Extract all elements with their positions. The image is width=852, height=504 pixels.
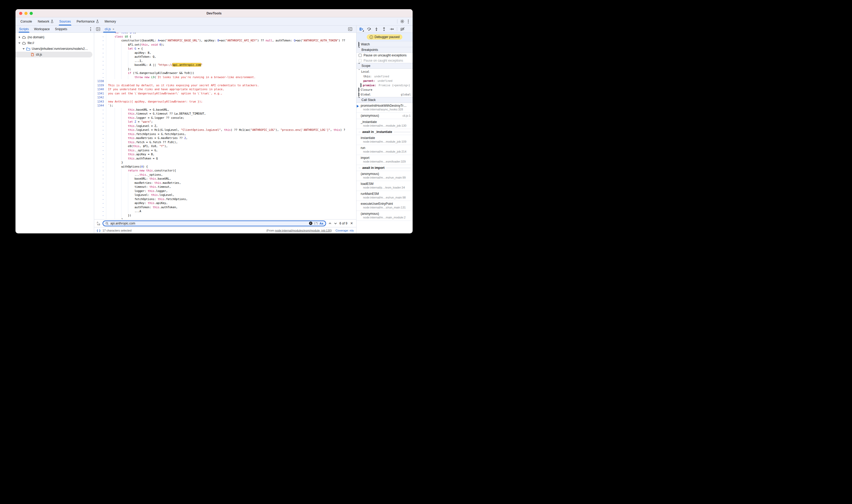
line-gutter[interactable]: -	[94, 59, 106, 63]
code-line[interactable]: 1338	[94, 79, 356, 84]
line-gutter[interactable]: -	[94, 128, 106, 132]
call-stack-frame[interactable]: (anonymous)cli.js:1	[356, 113, 413, 119]
code-line[interactable]: -authToken: Q,	[94, 55, 356, 59]
previous-match-icon[interactable]	[329, 222, 332, 225]
line-gutter[interactable]: -	[94, 201, 106, 205]
line-gutter[interactable]: -	[94, 116, 106, 120]
section-watch[interactable]: Watch	[356, 41, 413, 47]
code-line[interactable]: -...A	[94, 209, 356, 213]
close-window-button[interactable]	[19, 12, 22, 15]
call-stack-frame[interactable]: (anonymous)node:internal/m…es/run_main:9…	[356, 171, 413, 181]
section-breakpoints[interactable]: Breakpoints	[356, 47, 413, 53]
line-gutter[interactable]: -	[94, 43, 106, 47]
line-gutter[interactable]: -	[94, 152, 106, 157]
code-line[interactable]: -baseURL: A || "https://api.anthropic.co…	[94, 63, 356, 67]
minimize-window-button[interactable]	[24, 12, 28, 15]
scope-prop-this[interactable]: this:undefined	[356, 74, 413, 78]
replace-toggle-icon[interactable]: A ↳B	[97, 221, 100, 226]
code-line[interactable]: -this._options = G,	[94, 148, 356, 152]
code-line[interactable]: -withOptions(A) {	[94, 165, 356, 169]
code-line[interactable]: -this.logger = G.logger ?? console;	[94, 116, 356, 120]
collapse-navigator-icon[interactable]	[94, 26, 102, 33]
line-gutter[interactable]: -	[94, 136, 106, 140]
code-line[interactable]: -timeout: this.timeout,	[94, 185, 356, 189]
code-line[interactable]: -})	[94, 213, 356, 218]
code-line[interactable]: -logger: this.logger,	[94, 189, 356, 193]
collapse-debugger-icon[interactable]	[346, 27, 354, 31]
tree-item-cli-js[interactable]: cli.js	[16, 52, 92, 57]
call-stack-frame[interactable]: executeUserEntryPointnode:internal/m…s/r…	[356, 201, 413, 211]
match-case-toggle-icon[interactable]: Aa	[319, 222, 323, 225]
tab-sources[interactable]: Sources	[56, 17, 74, 25]
chevron-down-icon[interactable]	[18, 42, 21, 44]
resume-script-button[interactable]	[359, 27, 363, 32]
source-origin-link[interactable]: node:internal/modules/esm/module_job:130	[275, 229, 331, 232]
pretty-print-icon[interactable]: { }	[97, 229, 101, 232]
section-call-stack[interactable]: Call Stack	[356, 97, 413, 103]
code-line[interactable]: -$F1.set(this, void 0);	[94, 43, 356, 47]
checkbox-caught[interactable]	[359, 59, 362, 62]
call-stack-frame[interactable]: promiseInitHookWithDestroyTr…node:intern…	[356, 103, 413, 113]
code-line[interactable]: 1340If you understand the risks and have…	[94, 87, 356, 91]
line-gutter[interactable]: -	[94, 71, 106, 75]
code-line[interactable]: -};	[94, 67, 356, 71]
call-stack-frame[interactable]: _instantiatenode:internal/m…module_job:1…	[356, 119, 413, 129]
line-gutter[interactable]: -	[94, 148, 106, 152]
line-gutter[interactable]: -	[94, 67, 106, 71]
step-out-button[interactable]	[382, 27, 386, 32]
line-gutter[interactable]: 1340	[94, 87, 106, 91]
code-line[interactable]: -constructor({baseURL: A=ao("ANTHROPIC_B…	[94, 39, 356, 43]
tree-item-users-jinhuilee-nvm-versions-node-v2-[interactable]: Users/jinhuilee/.nvm/versions/node/v2…	[16, 46, 92, 52]
zoom-window-button[interactable]	[30, 12, 33, 15]
pause-uncaught-row[interactable]: Pause on uncaught exceptions	[356, 53, 413, 58]
line-gutter[interactable]: -	[94, 173, 106, 177]
checkbox-uncaught[interactable]	[359, 54, 362, 57]
code-line[interactable]: 1341you can set the \`dangerouslyAllowBr…	[94, 91, 356, 96]
code-line[interactable]: -this.fetchOptions = G.fetchOptions,	[94, 132, 356, 136]
line-gutter[interactable]: -	[94, 161, 106, 165]
regex-toggle-icon[interactable]: (.*)	[314, 222, 318, 225]
scope-prop-parent[interactable]: parent:undefined	[356, 78, 413, 83]
gear-icon[interactable]	[400, 19, 405, 23]
line-gutter[interactable]: -	[94, 144, 106, 148]
line-gutter[interactable]: -	[94, 35, 106, 39]
code-line[interactable]: 1344`);	[94, 104, 356, 108]
line-gutter[interactable]: 1344	[94, 104, 106, 108]
code-line[interactable]: -this.maxRetries = G.maxRetries ?? 2,	[94, 136, 356, 140]
tab-console[interactable]: Console	[18, 17, 35, 25]
line-gutter[interactable]: -	[94, 168, 106, 173]
step-button[interactable]	[389, 27, 394, 32]
tree-item-file-[interactable]: file://	[16, 40, 92, 46]
more-options-icon[interactable]	[407, 19, 409, 24]
line-gutter[interactable]: -	[94, 197, 106, 201]
code-line[interactable]: -this.authToken = Q	[94, 157, 356, 161]
next-match-icon[interactable]	[334, 222, 337, 225]
line-gutter[interactable]: -	[94, 132, 106, 136]
clear-search-icon[interactable]: ✕	[309, 221, 313, 225]
code-line[interactable]: -this.baseURL = G.baseURL,	[94, 108, 356, 112]
scope-local[interactable]: Local	[356, 69, 413, 74]
tab-scripts[interactable]: Scripts	[17, 26, 32, 33]
line-gutter[interactable]: -	[94, 177, 106, 181]
navigator-more-icon[interactable]	[89, 26, 92, 32]
line-gutter[interactable]: -	[94, 47, 106, 51]
line-gutter[interactable]: -	[94, 185, 106, 189]
call-stack-frame[interactable]: runnode:internal/m…module_job:214	[356, 145, 413, 155]
line-gutter[interactable]: 1342	[94, 95, 106, 100]
line-gutter[interactable]: -	[94, 63, 106, 67]
code-line[interactable]: 1343new Anthropic({ apiKey, dangerouslyA…	[94, 100, 356, 104]
close-tab-icon[interactable]: ×	[112, 28, 114, 31]
call-stack-frame[interactable]: importnode:internal/m…esm/loader:329	[356, 155, 413, 165]
line-gutter[interactable]: -	[94, 39, 106, 43]
line-gutter[interactable]: 1338	[94, 79, 106, 84]
code-line[interactable]: -apiKey: this.apiKey,	[94, 201, 356, 205]
line-gutter[interactable]: -	[94, 189, 106, 193]
line-gutter[interactable]: -	[94, 51, 106, 55]
line-gutter[interactable]: -	[94, 120, 106, 124]
scope-global[interactable]: Global global	[356, 92, 413, 97]
code-line[interactable]: -this.apiKey = B,	[94, 152, 356, 157]
code-line[interactable]: -let Z = "warn";	[94, 120, 356, 124]
line-gutter[interactable]: -	[94, 213, 106, 218]
scope-prop-promise[interactable]: promise:Promise {<pending>}	[356, 83, 413, 87]
line-gutter[interactable]: -	[94, 124, 106, 128]
